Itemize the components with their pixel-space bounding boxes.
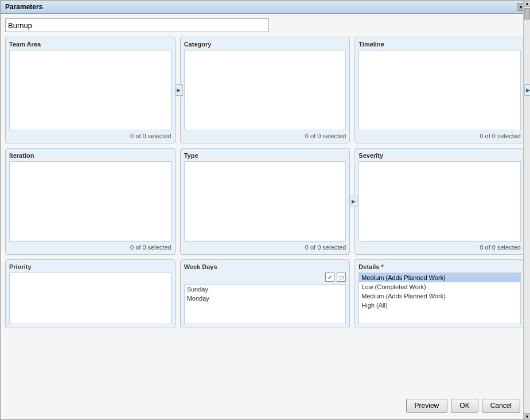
dialog-title: Parameters bbox=[5, 3, 42, 11]
category-selected: 0 of 0 selected bbox=[184, 133, 346, 139]
parameters-dialog: Parameters × Team Area 0 of 0 selected ▶ bbox=[0, 0, 530, 420]
dialog-wrapper: Parameters × Team Area 0 of 0 selected ▶ bbox=[0, 0, 530, 420]
category-label: Category bbox=[184, 41, 346, 48]
title-bar: Parameters × bbox=[1, 1, 529, 14]
timeline-panel: Timeline 0 of 0 selected ▶ bbox=[354, 37, 525, 143]
week-days-panel: Week Days ✓ □ Sunday Monday bbox=[180, 259, 350, 328]
severity-selected: 0 of 0 selected bbox=[358, 244, 521, 251]
team-area-panel: Team Area 0 of 0 selected ▶ bbox=[5, 37, 176, 143]
list-item[interactable]: Medium (Adds Planned Work) bbox=[359, 291, 520, 301]
severity-panel: Severity 0 of 0 selected bbox=[354, 148, 525, 255]
type-panel: Type 0 of 0 selected ▶ bbox=[180, 148, 350, 255]
list-item[interactable]: Sunday bbox=[185, 285, 346, 294]
deselect-all-button[interactable]: □ bbox=[337, 273, 346, 282]
details-panel: Details * Medium (Adds Planned Work)Low … bbox=[354, 259, 525, 328]
scroll-up-button[interactable]: ▲ bbox=[524, 0, 530, 7]
timeline-arrow[interactable]: ▶ bbox=[524, 84, 530, 96]
dialog-buttons: Preview OK Cancel bbox=[1, 394, 529, 419]
name-input[interactable] bbox=[5, 18, 269, 32]
timeline-selected: 0 of 0 selected bbox=[358, 133, 521, 139]
dialog-content: Team Area 0 of 0 selected ▶ Category 0 o… bbox=[1, 14, 529, 394]
uncheck-icon: □ bbox=[340, 274, 343, 281]
timeline-label: Timeline bbox=[358, 41, 521, 48]
middle-panels-grid: Iteration 0 of 0 selected Type 0 of 0 se… bbox=[5, 148, 525, 255]
team-area-listbox[interactable] bbox=[9, 50, 172, 130]
list-item[interactable]: Monday bbox=[185, 294, 346, 303]
severity-listbox[interactable] bbox=[358, 161, 521, 242]
bottom-panels-grid: Priority Week Days ✓ □ Sun bbox=[5, 259, 525, 328]
priority-label: Priority bbox=[9, 263, 172, 270]
select-all-button[interactable]: ✓ bbox=[325, 273, 334, 282]
list-item[interactable]: Low (Completed Work) bbox=[359, 282, 520, 291]
iteration-listbox[interactable] bbox=[9, 161, 172, 242]
details-list[interactable]: Medium (Adds Planned Work)Low (Completed… bbox=[358, 273, 521, 324]
weekdays-toolbar: ✓ □ bbox=[184, 273, 346, 282]
scroll-down-button[interactable]: ▼ bbox=[524, 413, 530, 420]
type-label: Type bbox=[184, 152, 346, 159]
team-area-label: Team Area bbox=[9, 41, 172, 48]
type-selected: 0 of 0 selected bbox=[184, 244, 346, 251]
arrow-right-icon: ▶ bbox=[177, 87, 181, 93]
preview-button[interactable]: Preview bbox=[406, 399, 448, 413]
type-listbox[interactable] bbox=[184, 161, 346, 242]
category-listbox[interactable] bbox=[184, 50, 346, 130]
timeline-listbox[interactable] bbox=[358, 50, 521, 130]
iteration-panel: Iteration 0 of 0 selected bbox=[5, 148, 176, 255]
category-panel: Category 0 of 0 selected bbox=[180, 37, 350, 143]
ok-button[interactable]: OK bbox=[451, 399, 478, 413]
list-item[interactable]: Medium (Adds Planned Work) bbox=[359, 273, 520, 282]
cancel-button[interactable]: Cancel bbox=[482, 399, 520, 413]
side-scrollbar: ▲ ▼ bbox=[523, 0, 530, 420]
arrow-right-icon-2: ▶ bbox=[526, 87, 530, 93]
top-panels-grid: Team Area 0 of 0 selected ▶ Category 0 o… bbox=[5, 37, 525, 143]
team-area-arrow[interactable]: ▶ bbox=[175, 84, 183, 96]
priority-panel: Priority bbox=[5, 259, 176, 328]
team-area-selected: 0 of 0 selected bbox=[9, 133, 172, 139]
iteration-label: Iteration bbox=[9, 152, 172, 159]
list-item[interactable]: High (All) bbox=[359, 301, 520, 310]
details-label: Details * bbox=[358, 263, 521, 270]
severity-label: Severity bbox=[358, 152, 521, 159]
priority-listbox[interactable] bbox=[9, 273, 172, 324]
scroll-thumb bbox=[524, 8, 530, 20]
arrow-right-icon-3: ▶ bbox=[352, 199, 356, 204]
check-icon: ✓ bbox=[328, 274, 332, 281]
name-row bbox=[5, 18, 525, 32]
required-marker: * bbox=[379, 263, 383, 270]
weekdays-list[interactable]: Sunday Monday bbox=[184, 284, 346, 324]
iteration-selected: 0 of 0 selected bbox=[9, 244, 172, 251]
week-days-label: Week Days bbox=[184, 263, 346, 270]
type-arrow[interactable]: ▶ bbox=[349, 196, 357, 207]
